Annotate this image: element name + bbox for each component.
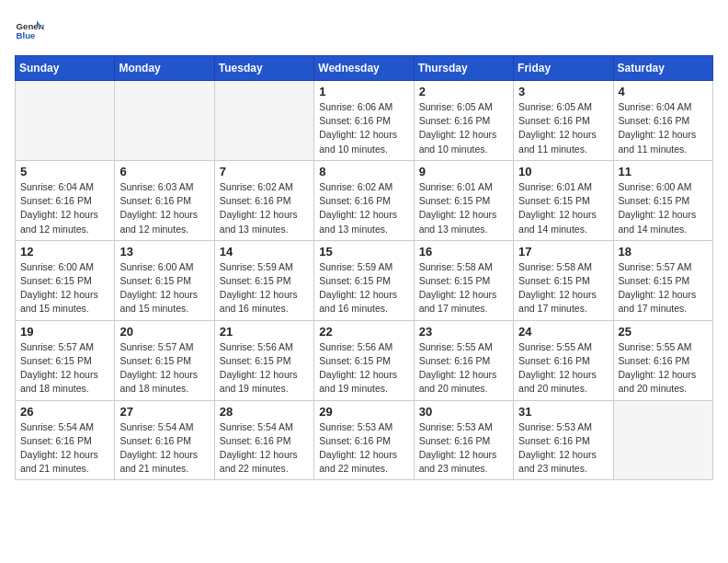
day-number: 6 xyxy=(119,165,209,178)
day-number: 21 xyxy=(220,325,309,339)
day-cell: 12Sunrise: 6:00 AMSunset: 6:15 PMDayligh… xyxy=(16,240,115,320)
week-row-3: 12Sunrise: 6:00 AMSunset: 6:15 PMDayligh… xyxy=(16,240,713,320)
day-number: 11 xyxy=(619,165,708,178)
day-cell: 22Sunrise: 5:56 AMSunset: 6:15 PMDayligh… xyxy=(314,320,414,400)
logo: General Blue xyxy=(15,15,48,44)
day-number: 15 xyxy=(319,245,408,259)
day-info: Sunrise: 6:01 AMSunset: 6:15 PMDaylight:… xyxy=(518,180,608,236)
week-row-2: 5Sunrise: 6:04 AMSunset: 6:16 PMDaylight… xyxy=(16,160,713,240)
week-row-5: 26Sunrise: 5:54 AMSunset: 6:16 PMDayligh… xyxy=(16,400,713,480)
day-info: Sunrise: 5:55 AMSunset: 6:16 PMDaylight:… xyxy=(419,340,508,396)
day-cell: 2Sunrise: 6:05 AMSunset: 6:16 PMDaylight… xyxy=(414,81,513,161)
day-cell: 6Sunrise: 6:03 AMSunset: 6:16 PMDaylight… xyxy=(115,160,214,240)
calendar: SundayMondayTuesdayWednesdayThursdayFrid… xyxy=(15,55,713,480)
day-cell: 13Sunrise: 6:00 AMSunset: 6:15 PMDayligh… xyxy=(115,240,214,320)
weekday-header-monday: Monday xyxy=(115,56,214,81)
day-cell: 8Sunrise: 6:02 AMSunset: 6:16 PMDaylight… xyxy=(314,160,414,240)
day-cell: 3Sunrise: 6:05 AMSunset: 6:16 PMDaylight… xyxy=(514,81,613,161)
day-number: 13 xyxy=(119,245,209,259)
day-number: 8 xyxy=(319,165,408,178)
day-cell xyxy=(214,81,313,161)
day-number: 12 xyxy=(20,245,109,259)
day-number: 26 xyxy=(20,405,109,419)
day-number: 5 xyxy=(20,165,109,178)
weekday-header-thursday: Thursday xyxy=(414,56,513,81)
day-info: Sunrise: 5:53 AMSunset: 6:16 PMDaylight:… xyxy=(319,420,408,477)
day-info: Sunrise: 6:01 AMSunset: 6:15 PMDaylight:… xyxy=(419,180,508,236)
day-cell: 21Sunrise: 5:56 AMSunset: 6:15 PMDayligh… xyxy=(214,320,313,400)
day-cell: 9Sunrise: 6:01 AMSunset: 6:15 PMDaylight… xyxy=(414,160,513,240)
day-info: Sunrise: 6:02 AMSunset: 6:16 PMDaylight:… xyxy=(220,180,309,236)
weekday-header-row: SundayMondayTuesdayWednesdayThursdayFrid… xyxy=(16,56,713,81)
day-info: Sunrise: 5:53 AMSunset: 6:16 PMDaylight:… xyxy=(419,420,508,477)
logo-icon: General Blue xyxy=(15,15,44,44)
day-number: 27 xyxy=(119,405,209,419)
day-cell: 5Sunrise: 6:04 AMSunset: 6:16 PMDaylight… xyxy=(16,160,115,240)
day-info: Sunrise: 5:53 AMSunset: 6:16 PMDaylight:… xyxy=(518,420,608,477)
day-cell: 1Sunrise: 6:06 AMSunset: 6:16 PMDaylight… xyxy=(314,81,414,161)
day-info: Sunrise: 5:57 AMSunset: 6:15 PMDaylight:… xyxy=(119,340,209,396)
day-number: 14 xyxy=(220,245,309,259)
day-info: Sunrise: 6:05 AMSunset: 6:16 PMDaylight:… xyxy=(518,100,608,156)
day-cell: 11Sunrise: 6:00 AMSunset: 6:15 PMDayligh… xyxy=(613,160,712,240)
day-info: Sunrise: 6:00 AMSunset: 6:15 PMDaylight:… xyxy=(119,260,209,316)
day-info: Sunrise: 6:00 AMSunset: 6:15 PMDaylight:… xyxy=(20,260,109,316)
day-number: 2 xyxy=(419,85,508,98)
day-cell: 26Sunrise: 5:54 AMSunset: 6:16 PMDayligh… xyxy=(16,400,115,480)
day-cell: 7Sunrise: 6:02 AMSunset: 6:16 PMDaylight… xyxy=(214,160,313,240)
day-info: Sunrise: 6:00 AMSunset: 6:15 PMDaylight:… xyxy=(619,180,708,236)
day-number: 9 xyxy=(419,165,508,178)
day-info: Sunrise: 6:06 AMSunset: 6:16 PMDaylight:… xyxy=(319,100,408,156)
day-info: Sunrise: 5:55 AMSunset: 6:16 PMDaylight:… xyxy=(518,340,608,396)
day-info: Sunrise: 5:57 AMSunset: 6:15 PMDaylight:… xyxy=(619,260,708,316)
day-info: Sunrise: 5:56 AMSunset: 6:15 PMDaylight:… xyxy=(220,340,309,396)
day-number: 20 xyxy=(119,325,209,339)
weekday-header-sunday: Sunday xyxy=(16,56,115,81)
day-info: Sunrise: 6:04 AMSunset: 6:16 PMDaylight:… xyxy=(20,180,109,236)
day-cell: 29Sunrise: 5:53 AMSunset: 6:16 PMDayligh… xyxy=(314,400,414,480)
header: General Blue xyxy=(15,15,713,44)
day-info: Sunrise: 5:59 AMSunset: 6:15 PMDaylight:… xyxy=(220,260,309,316)
day-info: Sunrise: 6:03 AMSunset: 6:16 PMDaylight:… xyxy=(119,180,209,236)
day-number: 3 xyxy=(518,85,608,98)
day-info: Sunrise: 5:59 AMSunset: 6:15 PMDaylight:… xyxy=(319,260,408,316)
day-cell: 4Sunrise: 6:04 AMSunset: 6:16 PMDaylight… xyxy=(613,81,712,161)
day-cell: 27Sunrise: 5:54 AMSunset: 6:16 PMDayligh… xyxy=(115,400,214,480)
day-cell xyxy=(115,81,214,161)
day-number: 31 xyxy=(518,405,608,419)
day-cell: 17Sunrise: 5:58 AMSunset: 6:15 PMDayligh… xyxy=(514,240,613,320)
day-info: Sunrise: 6:05 AMSunset: 6:16 PMDaylight:… xyxy=(419,100,508,156)
day-cell: 16Sunrise: 5:58 AMSunset: 6:15 PMDayligh… xyxy=(414,240,513,320)
day-number: 4 xyxy=(619,85,708,98)
day-number: 23 xyxy=(419,325,508,339)
week-row-4: 19Sunrise: 5:57 AMSunset: 6:15 PMDayligh… xyxy=(16,320,713,400)
day-info: Sunrise: 5:58 AMSunset: 6:15 PMDaylight:… xyxy=(419,260,508,316)
day-info: Sunrise: 5:54 AMSunset: 6:16 PMDaylight:… xyxy=(20,420,109,477)
weekday-header-friday: Friday xyxy=(514,56,613,81)
day-number: 30 xyxy=(419,405,508,419)
day-cell: 15Sunrise: 5:59 AMSunset: 6:15 PMDayligh… xyxy=(314,240,414,320)
day-number: 1 xyxy=(319,85,408,98)
weekday-header-wednesday: Wednesday xyxy=(314,56,414,81)
day-cell: 14Sunrise: 5:59 AMSunset: 6:15 PMDayligh… xyxy=(214,240,313,320)
day-info: Sunrise: 5:56 AMSunset: 6:15 PMDaylight:… xyxy=(319,340,408,396)
day-info: Sunrise: 5:54 AMSunset: 6:16 PMDaylight:… xyxy=(119,420,209,477)
day-cell: 18Sunrise: 5:57 AMSunset: 6:15 PMDayligh… xyxy=(613,240,712,320)
weekday-header-tuesday: Tuesday xyxy=(214,56,313,81)
day-info: Sunrise: 5:55 AMSunset: 6:16 PMDaylight:… xyxy=(619,340,708,396)
day-cell: 30Sunrise: 5:53 AMSunset: 6:16 PMDayligh… xyxy=(414,400,513,480)
svg-text:Blue: Blue xyxy=(17,30,36,40)
day-number: 29 xyxy=(319,405,408,419)
day-number: 22 xyxy=(319,325,408,339)
day-info: Sunrise: 6:02 AMSunset: 6:16 PMDaylight:… xyxy=(319,180,408,236)
day-cell: 20Sunrise: 5:57 AMSunset: 6:15 PMDayligh… xyxy=(115,320,214,400)
weekday-header-saturday: Saturday xyxy=(613,56,712,81)
day-cell: 28Sunrise: 5:54 AMSunset: 6:16 PMDayligh… xyxy=(214,400,313,480)
day-info: Sunrise: 5:58 AMSunset: 6:15 PMDaylight:… xyxy=(518,260,608,316)
day-number: 25 xyxy=(619,325,708,339)
day-cell: 23Sunrise: 5:55 AMSunset: 6:16 PMDayligh… xyxy=(414,320,513,400)
day-cell: 10Sunrise: 6:01 AMSunset: 6:15 PMDayligh… xyxy=(514,160,613,240)
week-row-1: 1Sunrise: 6:06 AMSunset: 6:16 PMDaylight… xyxy=(16,81,713,161)
day-cell xyxy=(16,81,115,161)
day-number: 18 xyxy=(619,245,708,259)
